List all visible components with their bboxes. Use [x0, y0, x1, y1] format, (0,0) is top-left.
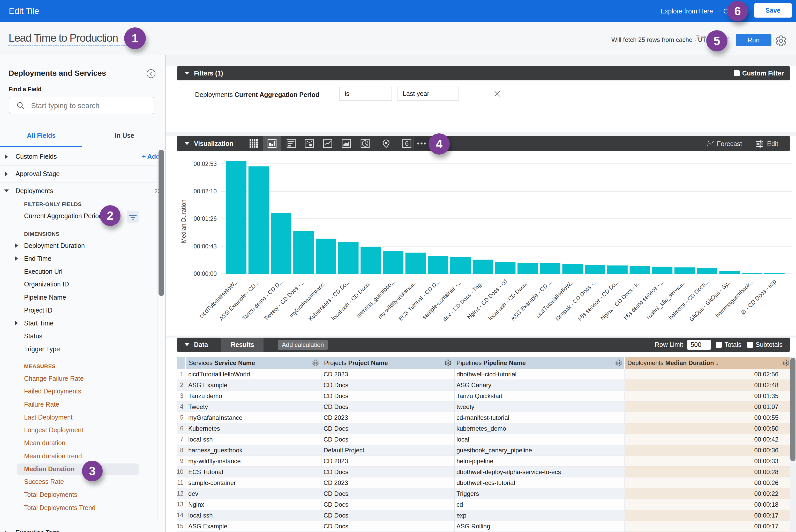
svg-text:harness_guestboo...: harness_guestboo... — [355, 278, 396, 319]
svg-text:myGrafanaInstanc...: myGrafanaInstanc... — [288, 278, 329, 319]
svg-text:Tweety - CD Docs - ...: Tweety - CD Docs - ... — [262, 278, 307, 322]
svg-text:local-ssh - CD Docs...: local-ssh - CD Docs... — [487, 278, 531, 322]
svg-text:harnessguestbook...: harnessguestbook... — [714, 278, 755, 319]
svg-text:00:02:53: 00:02:53 — [193, 160, 217, 167]
svg-text:dev - CD Docs - Trig...: dev - CD Docs - Trig... — [441, 278, 486, 323]
svg-text:cicdTutorialHelloW...: cicdTutorialHelloW... — [198, 278, 239, 319]
svg-text:GitOps - GitOps - Sy...: GitOps - GitOps - Sy... — [688, 278, 733, 323]
svg-text:Median Duration: Median Duration — [180, 200, 187, 243]
svg-text:Nginx - CD Docs - k...: Nginx - CD Docs - k... — [599, 278, 643, 322]
svg-text:helmtest - CD Docs...: helmtest - CD Docs... — [667, 278, 710, 321]
svg-text:Tanzu demo - CD D...: Tanzu demo - CD D... — [241, 278, 284, 321]
svg-text:Deepak - CD Docs -...: Deepak - CD Docs -... — [554, 278, 598, 322]
svg-text:sample-container - ...: sample-container - ... — [421, 278, 463, 321]
svg-text:k8s service - CD Do...: k8s service - CD Do... — [577, 278, 621, 322]
svg-text:00:00:43: 00:00:43 — [193, 243, 217, 250]
svg-text:Kubernetes - CD Do...: Kubernetes - CD Do... — [307, 278, 351, 322]
svg-text:my-wildfly-instance...: my-wildfly-instance... — [377, 278, 419, 320]
svg-text:Nginx - CD Docs - cd: Nginx - CD Docs - cd — [466, 278, 508, 321]
svg-text:cicdTutorialHelloW...: cicdTutorialHelloW... — [535, 278, 576, 319]
svg-text:local-ssh - CD Docs...: local-ssh - CD Docs... — [330, 278, 374, 322]
svg-text:ASG Example - CD ...: ASG Example - CD ... — [510, 278, 553, 322]
svg-text:k8s demo service - ...: k8s demo service - ... — [623, 278, 665, 321]
svg-text:ECS Tutorial - CD D...: ECS Tutorial - CD D... — [397, 278, 441, 322]
svg-text:00:00:00: 00:00:00 — [193, 270, 217, 277]
svg-text:00:02:10: 00:02:10 — [193, 188, 217, 195]
svg-text:00:01:26: 00:01:26 — [193, 215, 217, 222]
svg-text:roshni_k8s_service...: roshni_k8s_service... — [645, 278, 688, 321]
svg-text:ASG Example - CD ...: ASG Example - CD ... — [218, 278, 262, 322]
